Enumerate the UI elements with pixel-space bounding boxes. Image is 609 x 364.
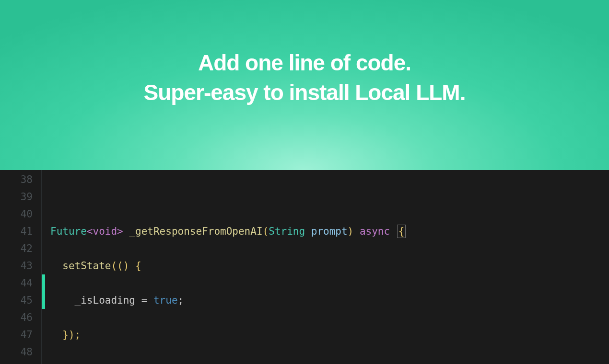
gutter-ruler	[41, 170, 42, 364]
code-editor[interactable]: 38 39 40 41 42 43 44 45 46 47 48 Future<…	[0, 170, 609, 364]
token-bool: true	[153, 295, 178, 306]
line-number: 46	[0, 309, 33, 326]
line-number: 38	[0, 171, 33, 188]
line-number-gutter: 38 39 40 41 42 43 44 45 46 47 48	[0, 170, 41, 364]
line-number: 42	[0, 240, 33, 257]
code-line[interactable]: Future<void> _getResponseFromOpenAI(Stri…	[50, 223, 609, 240]
diff-added-marker	[42, 274, 45, 309]
code-line[interactable]: setState(() {	[50, 257, 609, 274]
hero-line-2: Super-easy to install Local LLM.	[144, 80, 466, 105]
code-content[interactable]: Future<void> _getResponseFromOpenAI(Stri…	[50, 170, 609, 364]
hero-line-1: Add one line of code.	[198, 50, 411, 75]
line-number: 41	[0, 223, 33, 240]
token-function: setState	[62, 260, 111, 272]
code-line[interactable]: });	[50, 326, 609, 343]
line-number: 43	[0, 257, 33, 274]
line-number: 40	[0, 205, 33, 223]
token-generic: void	[93, 226, 117, 237]
code-line[interactable]	[50, 361, 609, 364]
token-paren: )	[348, 226, 354, 237]
token-keyword: async	[353, 226, 396, 237]
token-param: prompt	[305, 226, 348, 237]
code-area[interactable]: Future<void> _getResponseFromOpenAI(Stri…	[50, 170, 609, 364]
line-number: 44	[0, 274, 33, 292]
token-type: String	[269, 226, 305, 237]
token-generic: <	[87, 226, 93, 237]
token-brace-highlight: {	[397, 225, 406, 238]
token-paren: (	[263, 226, 269, 237]
hero-headline: Add one line of code. Super-easy to inst…	[144, 48, 466, 107]
token-punc: (() {	[111, 260, 141, 272]
code-line[interactable]: _isLoading = true;	[50, 292, 609, 309]
code-line[interactable]	[50, 188, 609, 205]
line-number: 45	[0, 292, 33, 309]
token-type: Future	[50, 226, 87, 237]
token-generic: >	[117, 226, 123, 237]
token-punc: });	[62, 329, 81, 341]
line-number: 47	[0, 326, 33, 343]
hero-banner: Add one line of code. Super-easy to inst…	[0, 0, 609, 170]
token-function: _getResponseFromOpenAI	[129, 226, 262, 237]
line-number: 48	[0, 343, 33, 361]
token-var: _isLoading	[75, 295, 135, 306]
line-number: 39	[0, 188, 33, 205]
